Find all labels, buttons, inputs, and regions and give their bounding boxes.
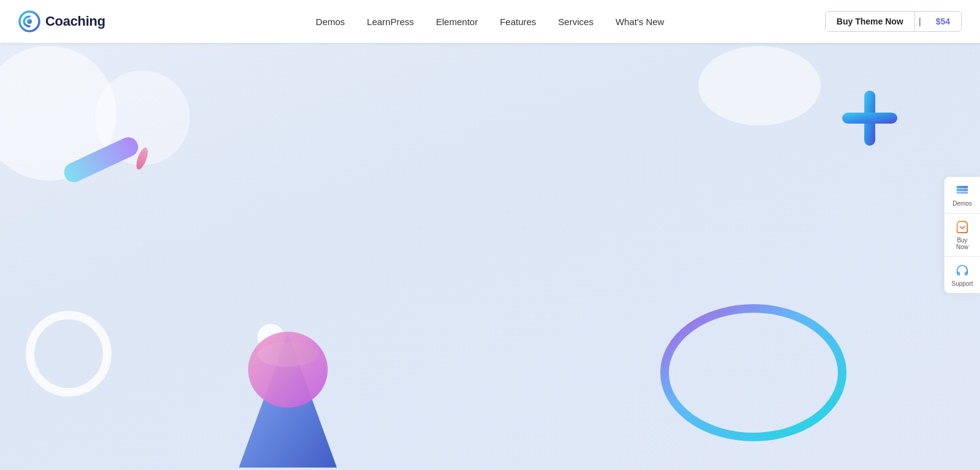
svg-point-4 (257, 342, 318, 367)
nav-features[interactable]: Features (500, 17, 536, 27)
sidebar-right: Demos Buy Now (944, 177, 980, 293)
nav-learnpress[interactable]: LearnPress (367, 17, 414, 27)
logo-link[interactable]: Coaching (18, 10, 105, 32)
svg-rect-10 (957, 186, 968, 188)
buy-separator: | (915, 12, 925, 31)
deco-ring-bottomleft (26, 311, 111, 397)
logo-icon (18, 10, 40, 32)
nav-demos[interactable]: Demos (316, 17, 345, 27)
nav-whats-new[interactable]: What's New (616, 17, 665, 27)
buy-theme-button[interactable]: Buy Theme Now | $54 (825, 11, 962, 32)
deco-oval-ring-bottomright (655, 296, 851, 452)
svg-point-5 (665, 308, 842, 437)
svg-rect-8 (957, 192, 968, 194)
deco-cone-cylinder (239, 315, 361, 470)
buy-theme-label: Buy Theme Now (826, 12, 915, 31)
sidebar-support-label: Support (951, 280, 973, 287)
svg-rect-9 (957, 188, 968, 191)
sidebar-buynow-label: Buy Now (951, 237, 974, 250)
deco-circle-topright (698, 46, 821, 125)
buy-theme-price: $54 (925, 12, 961, 31)
nav-links: Demos LearnPress Elementor Features Serv… (316, 17, 665, 27)
nav-services[interactable]: Services (558, 17, 594, 27)
headset-icon (955, 263, 970, 278)
deco-plus-shape (842, 91, 897, 146)
cart-icon (955, 220, 970, 234)
sidebar-demos-label: Demos (952, 200, 972, 207)
svg-rect-1 (842, 113, 897, 124)
hero-section (0, 0, 980, 470)
sidebar-item-buy-now[interactable]: Buy Now (944, 214, 980, 257)
nav-elementor[interactable]: Elementor (436, 17, 478, 27)
sidebar-item-demos[interactable]: Demos (944, 177, 980, 214)
sidebar-item-support[interactable]: Support (944, 257, 980, 293)
logo-text: Coaching (45, 13, 105, 29)
navbar: Coaching Demos LearnPress Elementor Feat… (0, 0, 980, 43)
svg-point-7 (27, 19, 32, 24)
layers-icon (955, 183, 970, 198)
navbar-right: Buy Theme Now | $54 (825, 11, 962, 32)
